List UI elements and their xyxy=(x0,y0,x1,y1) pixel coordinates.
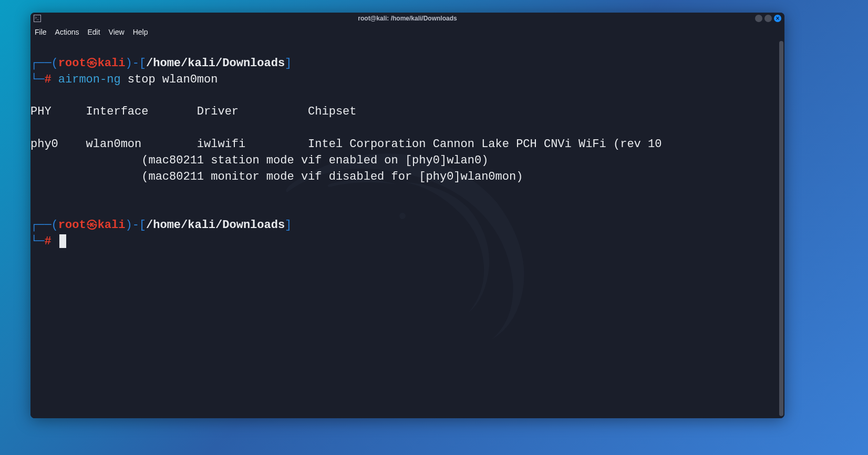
titlebar[interactable]: root@kali: /home/kali/Downloads xyxy=(30,13,784,24)
prompt-dash: - xyxy=(132,219,139,232)
menu-edit[interactable]: Edit xyxy=(87,28,100,36)
output-note2: (mac80211 monitor mode vif disabled for … xyxy=(30,170,523,183)
window-controls xyxy=(755,15,781,22)
command-name: airmon-ng xyxy=(58,73,121,86)
menu-help[interactable]: Help xyxy=(133,28,148,36)
close-button[interactable] xyxy=(774,15,781,22)
prompt-dash: - xyxy=(132,57,139,70)
prompt-user: root xyxy=(58,57,86,70)
prompt-paren-open: ( xyxy=(51,57,58,70)
prompt-hash: # xyxy=(44,235,51,248)
prompt-decoration: ┌── xyxy=(30,57,51,70)
scrollbar[interactable] xyxy=(779,41,783,416)
prompt-decoration-bottom: └─ xyxy=(30,235,44,248)
terminal-body[interactable]: ┌──(root㉿kali)-[/home/kali/Downloads] └─… xyxy=(30,40,784,418)
prompt-bracket-open: [ xyxy=(139,57,146,70)
skull-icon: ㉿ xyxy=(86,57,98,70)
output-note1: (mac80211 station mode vif enabled on [p… xyxy=(30,154,488,167)
terminal-icon xyxy=(34,15,41,22)
prompt-decoration-bottom: └─ xyxy=(30,73,44,86)
prompt-host: kali xyxy=(98,219,126,232)
output-row: phy0 wlan0mon iwlwifi Intel Corporation … xyxy=(30,138,662,151)
command-args: stop wlan0mon xyxy=(121,73,218,86)
prompt-path: /home/kali/Downloads xyxy=(146,57,285,70)
window-title: root@kali: /home/kali/Downloads xyxy=(358,15,457,22)
menu-view[interactable]: View xyxy=(109,28,125,36)
prompt-user: root xyxy=(58,219,86,232)
menu-actions[interactable]: Actions xyxy=(55,28,79,36)
prompt-host: kali xyxy=(98,57,126,70)
cursor xyxy=(59,234,66,248)
skull-icon: ㉿ xyxy=(86,219,98,232)
prompt-paren-close: ) xyxy=(125,57,132,70)
prompt-paren-open: ( xyxy=(51,219,58,232)
prompt-bracket-close: ] xyxy=(285,219,292,232)
output-header: PHY Interface Driver Chipset xyxy=(30,105,357,118)
terminal-content[interactable]: ┌──(root㉿kali)-[/home/kali/Downloads] └─… xyxy=(30,40,784,250)
prompt-hash: # xyxy=(44,73,51,86)
prompt-path: /home/kali/Downloads xyxy=(146,219,285,232)
scrollbar-thumb[interactable] xyxy=(779,41,783,416)
prompt-bracket-open: [ xyxy=(139,219,146,232)
menu-file[interactable]: File xyxy=(35,28,47,36)
prompt-bracket-close: ] xyxy=(285,57,292,70)
maximize-button[interactable] xyxy=(764,15,772,22)
menubar: File Actions Edit View Help xyxy=(30,24,784,40)
prompt-paren-close: ) xyxy=(125,219,132,232)
minimize-button[interactable] xyxy=(755,15,762,22)
prompt-decoration: ┌── xyxy=(30,219,51,232)
terminal-window: root@kali: /home/kali/Downloads File Act… xyxy=(30,13,784,418)
